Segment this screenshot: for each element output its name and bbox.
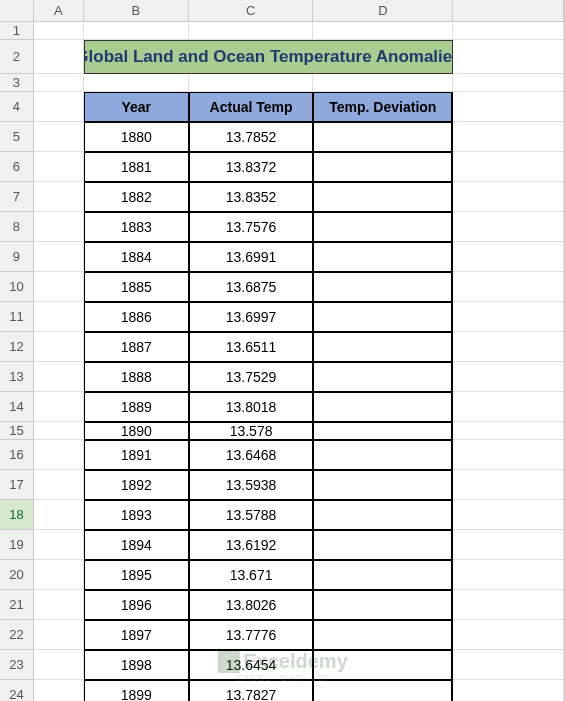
year-cell[interactable]: 1894	[84, 530, 189, 560]
cell-A1[interactable]	[34, 22, 84, 40]
year-cell[interactable]: 1891	[84, 440, 189, 470]
row-header-8[interactable]: 8	[0, 212, 34, 242]
deviation-cell[interactable]	[313, 122, 453, 152]
cell-rest-20[interactable]	[453, 560, 564, 590]
cell-rest-13[interactable]	[453, 362, 564, 392]
cell-A24[interactable]	[34, 680, 84, 701]
cell-rest1[interactable]	[453, 22, 564, 40]
temp-cell[interactable]: 13.6192	[189, 530, 314, 560]
row-header-23[interactable]: 23	[0, 650, 34, 680]
cell-A15[interactable]	[34, 422, 84, 440]
cell-A8[interactable]	[34, 212, 84, 242]
cell-rest-19[interactable]	[453, 530, 564, 560]
cell-rest-16[interactable]	[453, 440, 564, 470]
cell-rest-6[interactable]	[453, 152, 564, 182]
row-header-16[interactable]: 16	[0, 440, 34, 470]
cell-A12[interactable]	[34, 332, 84, 362]
temp-cell[interactable]: 13.6875	[189, 272, 314, 302]
cell-rest-21[interactable]	[453, 590, 564, 620]
deviation-cell[interactable]	[313, 152, 453, 182]
cell-A6[interactable]	[34, 152, 84, 182]
deviation-cell[interactable]	[313, 302, 453, 332]
year-cell[interactable]: 1893	[84, 500, 189, 530]
year-cell[interactable]: 1888	[84, 362, 189, 392]
cell-A21[interactable]	[34, 590, 84, 620]
deviation-cell[interactable]	[313, 680, 453, 701]
select-all-corner[interactable]	[0, 0, 34, 22]
temp-cell[interactable]: 13.5938	[189, 470, 314, 500]
cell-rest-2[interactable]	[453, 40, 564, 74]
year-cell[interactable]: 1897	[84, 620, 189, 650]
cell-rest-10[interactable]	[453, 272, 564, 302]
row-header-5[interactable]: 5	[0, 122, 34, 152]
temp-cell[interactable]: 13.6991	[189, 242, 314, 272]
deviation-cell[interactable]	[313, 392, 453, 422]
year-cell[interactable]: 1899	[84, 680, 189, 701]
cell-A16[interactable]	[34, 440, 84, 470]
deviation-cell[interactable]	[313, 500, 453, 530]
temp-cell[interactable]: 13.8026	[189, 590, 314, 620]
temp-cell[interactable]: 13.671	[189, 560, 314, 590]
col-header-D[interactable]: D	[313, 0, 453, 22]
temp-cell[interactable]: 13.6468	[189, 440, 314, 470]
cell-rest-23[interactable]	[453, 650, 564, 680]
row-header-12[interactable]: 12	[0, 332, 34, 362]
cell-A9[interactable]	[34, 242, 84, 272]
cell-rest-17[interactable]	[453, 470, 564, 500]
cell-rest-24[interactable]	[453, 680, 564, 701]
row-header-7[interactable]: 7	[0, 182, 34, 212]
temp-cell[interactable]: 13.8352	[189, 182, 314, 212]
deviation-cell[interactable]	[313, 332, 453, 362]
row-header-22[interactable]: 22	[0, 620, 34, 650]
row-header-6[interactable]: 6	[0, 152, 34, 182]
cell-A17[interactable]	[34, 470, 84, 500]
col-header-rest[interactable]	[453, 0, 564, 22]
cell-rest-18[interactable]	[453, 500, 564, 530]
year-cell[interactable]: 1890	[84, 422, 189, 440]
cell-rest-15[interactable]	[453, 422, 564, 440]
temp-cell[interactable]: 13.6511	[189, 332, 314, 362]
deviation-cell[interactable]	[313, 650, 453, 680]
cell-rest-9[interactable]	[453, 242, 564, 272]
title-cell[interactable]: Global Land and Ocean Temperature Anomal…	[84, 40, 453, 74]
year-cell[interactable]: 1885	[84, 272, 189, 302]
cell-C3[interactable]	[189, 74, 314, 92]
cell-rest-22[interactable]	[453, 620, 564, 650]
deviation-cell[interactable]	[313, 362, 453, 392]
cell-rest-5[interactable]	[453, 122, 564, 152]
cell-A19[interactable]	[34, 530, 84, 560]
row-header-11[interactable]: 11	[0, 302, 34, 332]
year-cell[interactable]: 1896	[84, 590, 189, 620]
year-cell[interactable]: 1882	[84, 182, 189, 212]
col-header-C[interactable]: C	[189, 0, 314, 22]
year-cell[interactable]: 1883	[84, 212, 189, 242]
cell-A3[interactable]	[34, 74, 84, 92]
year-cell[interactable]: 1886	[84, 302, 189, 332]
row-header-4[interactable]: 4	[0, 92, 34, 122]
cell-A5[interactable]	[34, 122, 84, 152]
deviation-cell[interactable]	[313, 212, 453, 242]
cell-D3[interactable]	[313, 74, 453, 92]
cell-A18[interactable]	[34, 500, 84, 530]
row-header-3[interactable]: 3	[0, 74, 34, 92]
temp-cell[interactable]: 13.6997	[189, 302, 314, 332]
row-header-21[interactable]: 21	[0, 590, 34, 620]
row-header-1[interactable]: 1	[0, 22, 34, 40]
col-header-B[interactable]: B	[84, 0, 189, 22]
year-cell[interactable]: 1892	[84, 470, 189, 500]
cell-B3[interactable]	[84, 74, 189, 92]
deviation-cell[interactable]	[313, 242, 453, 272]
col-header-A[interactable]: A	[34, 0, 84, 22]
row-header-17[interactable]: 17	[0, 470, 34, 500]
cell-A13[interactable]	[34, 362, 84, 392]
year-cell[interactable]: 1898	[84, 650, 189, 680]
year-cell[interactable]: 1881	[84, 152, 189, 182]
cell-rest-8[interactable]	[453, 212, 564, 242]
deviation-cell[interactable]	[313, 440, 453, 470]
row-header-18[interactable]: 18	[0, 500, 34, 530]
cell-A2[interactable]	[34, 40, 84, 74]
cell-C1[interactable]	[189, 22, 314, 40]
temp-cell[interactable]: 13.8372	[189, 152, 314, 182]
deviation-cell[interactable]	[313, 422, 453, 440]
row-header-13[interactable]: 13	[0, 362, 34, 392]
